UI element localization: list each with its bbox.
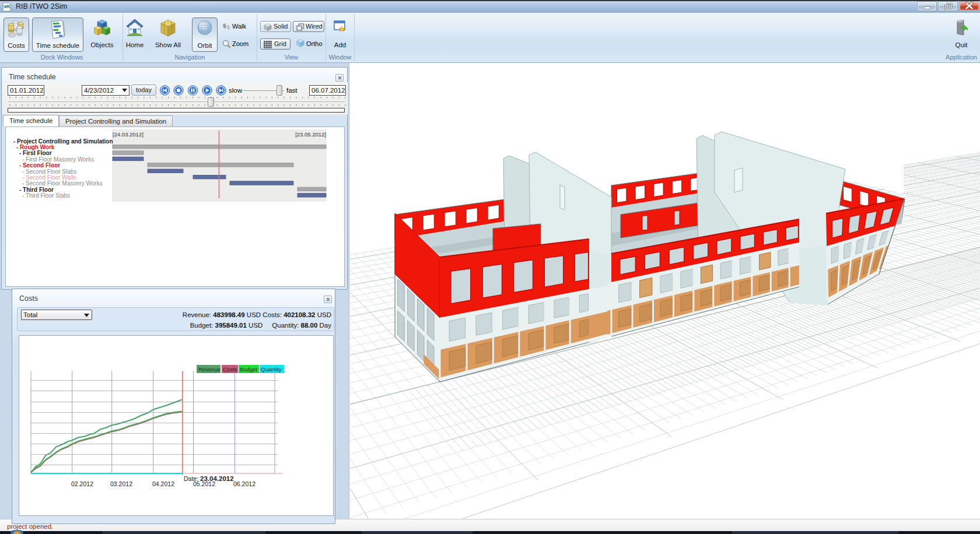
svg-text:- Third Floor Slabs: - Third Floor Slabs — [22, 192, 70, 199]
svg-text:- Second Floor: - Second Floor — [19, 162, 60, 168]
svg-text:- Project Controlling and Simu: - Project Controlling and Simulation — [13, 138, 113, 145]
svg-text:Date: 23.04.2012: Date: 23.04.2012 — [184, 475, 234, 482]
svg-text:- Rough Work: - Rough Work — [16, 144, 55, 150]
svg-text:- First Floor: - First Floor — [19, 150, 52, 156]
svg-text:Revenue: Revenue — [198, 366, 220, 373]
svg-text:06.2012: 06.2012 — [233, 480, 256, 487]
svg-text:Budget: Budget — [240, 366, 257, 373]
svg-text:- Second Floor Walls: - Second Floor Walls — [22, 174, 76, 181]
svg-text:- First Floor Masonry Works: - First Floor Masonry Works — [22, 156, 94, 163]
svg-text:Costs: Costs — [223, 366, 237, 373]
svg-text:[24.03.2012]: [24.03.2012] — [113, 131, 144, 138]
svg-text:04.2012: 04.2012 — [152, 480, 174, 487]
svg-text:02.2012: 02.2012 — [71, 480, 93, 487]
svg-text:Quantity: Quantity — [261, 366, 282, 373]
svg-text:[23.05.2012]: [23.05.2012] — [295, 131, 326, 138]
svg-text:- Third Floor: - Third Floor — [19, 187, 54, 193]
svg-text:03.2012: 03.2012 — [110, 480, 132, 487]
svg-text:- Second Floor Masonry Works: - Second Floor Masonry Works — [22, 180, 103, 187]
svg-text:- Second Floor Slabs: - Second Floor Slabs — [22, 168, 76, 175]
